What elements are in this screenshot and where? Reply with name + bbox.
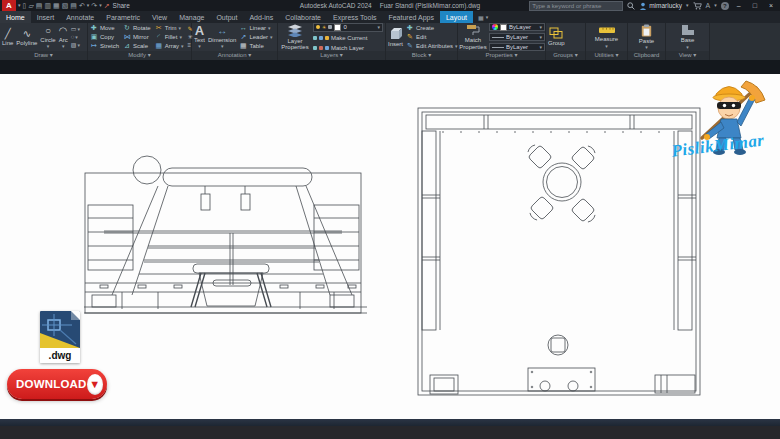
measure-tool[interactable]: Measure ▾ <box>595 25 618 49</box>
table-tool[interactable]: ▦Table <box>239 42 272 50</box>
tab-layout[interactable]: Layout <box>440 11 473 23</box>
app-store-cart-icon[interactable] <box>693 2 702 10</box>
circle-tool[interactable]: ○ Circle ▾ <box>40 25 55 50</box>
share-button[interactable]: Share <box>113 2 130 9</box>
base-view-tool[interactable]: Base ▾ <box>681 24 695 50</box>
tab-annotate[interactable]: Annotate <box>60 11 100 23</box>
text-tool[interactable]: A Text ▾ <box>194 25 205 50</box>
save-icon[interactable]: ▤ <box>36 0 43 11</box>
share-icon[interactable]: ↗ <box>104 0 110 11</box>
tab-featured-apps[interactable]: Featured Apps <box>382 11 440 23</box>
drawing-canvas[interactable]: PislikMimar .dwg DOWNLOAD ▼ <box>0 74 780 419</box>
make-current-tool[interactable]: Make Current <box>313 34 383 42</box>
lock-icon <box>328 25 332 29</box>
layer-properties-tool[interactable]: Layer Properties <box>280 24 310 51</box>
hatch-tool[interactable]: ▨▾ <box>71 42 80 49</box>
sheet-set-icon[interactable]: ▧ <box>62 0 69 11</box>
line-icon: ╱ <box>5 28 11 39</box>
panel-title-view[interactable]: View ▾ <box>666 51 709 60</box>
edit-attributes-tool[interactable]: ✎Edit Attributes▾ <box>406 42 458 50</box>
tab-view[interactable]: View <box>146 11 173 23</box>
create-block-tool[interactable]: ✚Create <box>406 24 458 32</box>
download-button[interactable]: DOWNLOAD ▼ <box>7 369 107 399</box>
panel-title-block[interactable]: Block ▾ <box>386 51 457 60</box>
new-file-icon[interactable]: ▯ <box>23 0 27 11</box>
rotate-tool[interactable]: ↻Rotate <box>123 24 151 32</box>
color-value: ByLayer <box>509 24 531 30</box>
panel-title-modify[interactable]: Modify ▾ <box>88 51 191 60</box>
panel-title-clipboard[interactable]: Clipboard <box>628 51 665 60</box>
search-icon[interactable] <box>627 2 635 10</box>
panel-title-properties[interactable]: Properties ▾ <box>458 51 545 60</box>
tab-manage[interactable]: Manage <box>173 11 210 23</box>
apps-caret-icon[interactable]: ▾ <box>714 3 717 8</box>
polyline-tool[interactable]: ∿ Polyline <box>16 28 37 47</box>
linetype-dropdown[interactable]: ByLayer ▾ <box>489 43 545 51</box>
tab-output[interactable]: Output <box>210 11 243 23</box>
search-input[interactable] <box>530 3 622 9</box>
undo-icon[interactable]: ↶ <box>79 0 85 11</box>
move-tool[interactable]: ✚Move <box>90 24 119 32</box>
bottom-status-strip <box>0 419 780 426</box>
panel-title-layers[interactable]: Layers ▾ <box>278 51 385 60</box>
copy-tool[interactable]: ▣Copy <box>90 33 119 41</box>
title-bar: A ▾ ▯ ▱ ▤ ▥ ▦ ▧ ▤ ↶ ▾ ↷ ▾ ↗ Share Autode… <box>0 0 780 11</box>
plot-icon[interactable]: ▦ <box>53 0 60 11</box>
tab-parametric[interactable]: Parametric <box>100 11 146 23</box>
paste-tool[interactable]: Paste ▾ <box>639 24 654 51</box>
maximize-button[interactable]: □ <box>749 0 761 11</box>
titlebar-right-cluster: mimarlucky ▾ A ▾ ? – □ × <box>529 0 780 11</box>
ellipse-tool[interactable]: ◌▾ <box>71 34 80 41</box>
autocad-menu-button[interactable]: A <box>2 0 16 11</box>
fillet-tool[interactable]: ◜Fillet▾ <box>155 33 184 41</box>
close-button[interactable]: × <box>765 0 777 11</box>
insert-block-tool[interactable]: Insert <box>388 27 403 48</box>
ribbon-display-toggle[interactable]: ▦ ▾ <box>473 11 493 23</box>
leader-tool[interactable]: ↗Leader▾ <box>239 33 272 41</box>
panel-title-draw[interactable]: Draw ▾ <box>0 51 87 60</box>
autodesk-app-icon[interactable]: A <box>706 0 711 11</box>
dimension-caret-icon: ▾ <box>221 44 224 49</box>
trim-tool[interactable]: ✂Trim▾ <box>155 24 184 32</box>
rectangle-tool[interactable]: ▭▾ <box>71 26 80 33</box>
mirror-tool[interactable]: ⋈Mirror <box>123 33 151 41</box>
print-icon[interactable]: ▤ <box>70 0 77 11</box>
edit-label: Edit <box>416 33 426 41</box>
panel-title-utilities[interactable]: Utilities ▾ <box>586 51 627 60</box>
tab-express-tools[interactable]: Express Tools <box>327 11 382 23</box>
minimize-button[interactable]: – <box>733 0 745 11</box>
group-tool[interactable]: Group <box>548 27 565 47</box>
match-properties-tool[interactable]: Match Properties <box>460 24 486 50</box>
tab-collaborate[interactable]: Collaborate <box>279 11 327 23</box>
color-wheel-icon <box>492 24 498 30</box>
paste-caret-icon: ▾ <box>645 45 648 50</box>
tab-add-ins[interactable]: Add-ins <box>243 11 279 23</box>
lineweight-dropdown[interactable]: ByLayer ▾ <box>489 33 545 41</box>
undo-caret-icon[interactable]: ▾ <box>87 3 90 8</box>
panel-title-groups[interactable]: Groups ▾ <box>546 51 585 60</box>
app-menu-caret-icon[interactable]: ▾ <box>18 3 21 8</box>
help-icon[interactable]: ? <box>721 2 729 10</box>
layer-dropdown[interactable]: ☀ 0 ▾ <box>313 23 383 32</box>
tab-home[interactable]: Home <box>0 11 31 23</box>
copy-icon: ▣ <box>90 33 98 41</box>
tab-insert[interactable]: Insert <box>31 11 61 23</box>
line-tool[interactable]: ╱ Line <box>2 28 13 47</box>
search-box[interactable] <box>529 1 623 11</box>
account-button[interactable]: mimarlucky <box>639 2 682 10</box>
redo-icon[interactable]: ↷ <box>91 0 97 11</box>
linear-tool[interactable]: ↔Linear▾ <box>239 24 272 32</box>
rectangle-icon: ▭ <box>71 26 77 33</box>
arc-tool[interactable]: ◠ Arc ▾ <box>59 25 68 50</box>
account-caret-icon[interactable]: ▾ <box>686 3 689 8</box>
open-file-icon[interactable]: ▱ <box>28 0 33 11</box>
stretch-tool[interactable]: ↦Stretch <box>90 42 119 50</box>
qat-caret-icon[interactable]: ▾ <box>99 3 102 8</box>
save-as-icon[interactable]: ▥ <box>44 0 51 11</box>
array-tool[interactable]: ▦Array▾ <box>155 42 184 50</box>
scale-tool[interactable]: ⊿Scale <box>123 42 151 50</box>
edit-block-tool[interactable]: ✎Edit <box>406 33 458 41</box>
dimension-tool[interactable]: ↔ Dimension ▾ <box>208 25 236 50</box>
panel-title-annotation[interactable]: Annotation ▾ <box>192 51 277 60</box>
color-dropdown[interactable]: ByLayer ▾ <box>489 23 545 31</box>
